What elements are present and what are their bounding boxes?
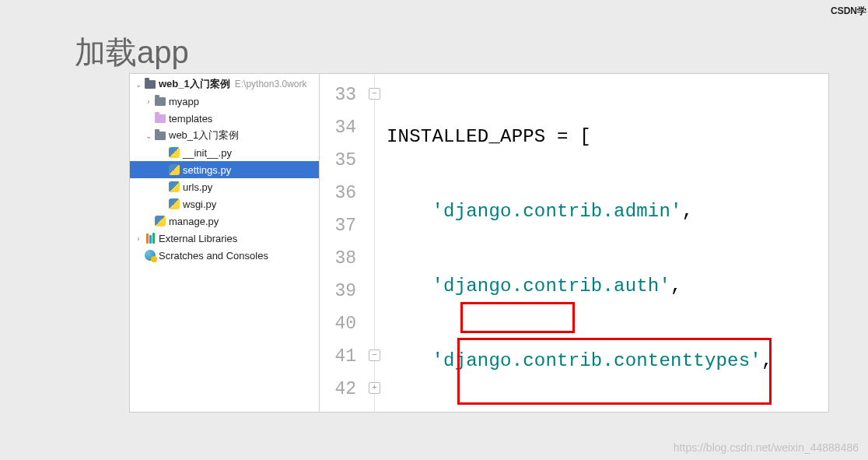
- fold-collapse-icon[interactable]: −: [369, 88, 380, 100]
- tree-label: urls.py: [183, 181, 212, 193]
- tree-external-libraries[interactable]: › External Libraries: [130, 230, 319, 247]
- tree-project-root[interactable]: ⌄ web_1入门案例 E:\python3.0work: [130, 75, 319, 93]
- folder-icon: [153, 114, 167, 123]
- project-tree[interactable]: ⌄ web_1入门案例 E:\python3.0work › myapp tem…: [130, 74, 320, 412]
- line-number: 36: [320, 177, 356, 209]
- watermark-bottom: https://blog.csdn.net/weixin_44888486: [674, 441, 859, 454]
- code-line: INSTALLED_APPS = [: [387, 121, 828, 153]
- python-file-icon: [167, 164, 181, 175]
- python-file-icon: [153, 216, 167, 226]
- folder-icon: [153, 97, 167, 106]
- tree-label: manage.py: [169, 216, 219, 227]
- line-number: 40: [320, 307, 356, 340]
- line-number: 34: [320, 111, 356, 144]
- tree-folder-myapp[interactable]: › myapp: [130, 93, 319, 110]
- tree-label: templates: [169, 113, 212, 125]
- code-line: 'django.contrib.auth',: [387, 270, 828, 303]
- tree-folder-templates[interactable]: templates: [130, 110, 319, 127]
- fold-gutter: − − +: [368, 74, 382, 412]
- line-number: 33: [320, 79, 356, 111]
- watermark-top: CSDN学: [831, 5, 866, 18]
- chevron-down-icon: ⌄: [144, 132, 153, 140]
- fold-expand-icon[interactable]: +: [369, 382, 380, 394]
- code-line: 'django.contrib.admin',: [387, 195, 828, 228]
- tree-label: Scratches and Consoles: [159, 250, 268, 262]
- line-number: 37: [320, 209, 356, 242]
- python-file-icon: [167, 181, 181, 192]
- python-file-icon: [167, 147, 181, 158]
- line-number-gutter: 33 34 35 36 37 38 39 40 41 42: [320, 74, 368, 412]
- tree-label: settings.py: [183, 164, 231, 176]
- folder-icon: [153, 132, 167, 140]
- ide-window: ⌄ web_1入门案例 E:\python3.0work › myapp tem…: [129, 73, 829, 413]
- folder-icon: [143, 80, 157, 89]
- tree-label: External Libraries: [159, 233, 237, 244]
- line-number: 38: [320, 242, 356, 275]
- tree-label: myapp: [169, 96, 199, 107]
- chevron-down-icon: ⌄: [134, 80, 143, 89]
- heading: 加载app: [75, 31, 189, 74]
- tree-label: __init__.py: [183, 147, 232, 159]
- chevron-right-icon: ›: [134, 234, 143, 243]
- tree-path: E:\python3.0work: [235, 79, 307, 90]
- code-editor[interactable]: 33 34 35 36 37 38 39 40 41 42 − − + INST…: [320, 74, 828, 412]
- tree-file-urls[interactable]: urls.py: [130, 178, 319, 195]
- annotation-highlight-box: [460, 302, 575, 333]
- fold-collapse-icon[interactable]: −: [369, 349, 380, 361]
- chevron-right-icon: ›: [144, 97, 153, 106]
- scratch-icon: [143, 250, 157, 261]
- tree-file-wsgi[interactable]: wsgi.py: [130, 195, 319, 212]
- tree-file-init[interactable]: __init__.py: [130, 144, 319, 161]
- library-icon: [143, 233, 157, 244]
- tree-scratches[interactable]: Scratches and Consoles: [130, 247, 319, 264]
- tree-folder-pkg[interactable]: ⌄ web_1入门案例: [130, 127, 319, 144]
- tree-label: wsgi.py: [183, 198, 216, 210]
- tree-file-settings[interactable]: settings.py: [130, 161, 319, 178]
- tree-file-manage[interactable]: manage.py: [130, 212, 319, 230]
- line-number: 41: [320, 340, 356, 373]
- python-file-icon: [167, 198, 181, 209]
- code-line: 'django.contrib.contenttypes',: [387, 345, 828, 377]
- line-number: 35: [320, 144, 356, 177]
- line-number: 39: [320, 275, 356, 307]
- tree-label: web_1入门案例: [169, 128, 239, 142]
- tree-label: web_1入门案例: [159, 77, 230, 91]
- line-number: 42: [320, 373, 356, 406]
- code-area[interactable]: INSTALLED_APPS = [ 'django.contrib.admin…: [382, 74, 828, 412]
